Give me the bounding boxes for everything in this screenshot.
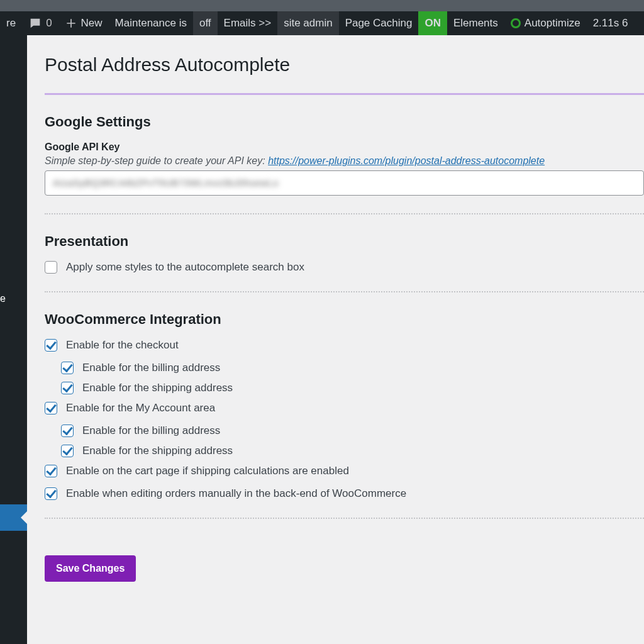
- woo-myaccount-shipping-label: Enable for the shipping address: [82, 445, 233, 457]
- save-button[interactable]: Save Changes: [45, 555, 136, 582]
- adminbar-emails[interactable]: Emails >>: [218, 11, 278, 35]
- woo-enable-backend-label: Enable when editing orders manually in t…: [66, 487, 406, 500]
- woo-enable-backend-checkbox[interactable]: [45, 487, 57, 500]
- woo-checkout-billing-checkbox[interactable]: [61, 362, 74, 374]
- apply-styles-label: Apply some styles to the autocomplete se…: [66, 261, 304, 274]
- adminbar-page-caching-state[interactable]: ON: [418, 11, 447, 35]
- section-separator: [45, 518, 644, 519]
- adminbar-site-admin[interactable]: site admin: [277, 11, 338, 35]
- wp-admin-bar: re 0 New Maintenance is off Emails >> si…: [0, 11, 644, 35]
- maintenance-state: off: [199, 17, 211, 30]
- browser-chrome-strip: [0, 0, 644, 11]
- adminbar-fragment: re: [0, 11, 22, 35]
- section-woocommerce: WooCommerce Integration: [45, 311, 644, 328]
- plus-icon: [65, 17, 77, 30]
- woo-enable-backend: Enable when editing orders manually in t…: [45, 487, 644, 500]
- adminbar-fragment-text: re: [6, 17, 16, 30]
- woo-enable-checkout: Enable for the checkout: [45, 339, 644, 352]
- page-title: Postal Address Autocomplete: [45, 54, 644, 75]
- page-caching-label: Page Caching: [345, 17, 413, 30]
- woo-enable-cart: Enable on the cart page if shipping calc…: [45, 465, 644, 477]
- woo-checkout-billing: Enable for the billing address: [61, 362, 644, 374]
- adminbar-new[interactable]: New: [58, 11, 109, 35]
- adminbar-timing[interactable]: 2.11s 6: [587, 11, 635, 35]
- main-content: Postal Address Autocomplete Google Setti…: [27, 35, 644, 644]
- adminbar-page-caching[interactable]: Page Caching: [339, 11, 419, 35]
- timing-text: 2.11s 6: [593, 17, 628, 30]
- woo-myaccount-shipping: Enable for the shipping address: [61, 445, 644, 457]
- woo-enable-checkout-checkbox[interactable]: [45, 339, 57, 352]
- sidebar-partial-item[interactable]: e: [0, 293, 6, 304]
- admin-sidebar: e: [0, 35, 27, 644]
- section-separator: [45, 291, 644, 292]
- woo-myaccount-billing-label: Enable for the billing address: [82, 425, 220, 437]
- autoptimize-label: Autoptimize: [525, 17, 580, 30]
- apply-styles-checkbox[interactable]: [45, 261, 57, 274]
- adminbar-maintenance-state[interactable]: off: [193, 11, 218, 35]
- api-key-help-link[interactable]: https://power-plugins.com/plugin/postal-…: [268, 155, 545, 166]
- page-caching-state: ON: [425, 17, 441, 30]
- emails-label: Emails >>: [224, 17, 272, 30]
- api-key-input[interactable]: AIzaSyBQ3RC44bZPvT9UB73WLmvc0bJ0hsewLo: [45, 170, 644, 196]
- apply-styles-row: Apply some styles to the autocomplete se…: [45, 261, 644, 274]
- status-circle-icon: [511, 18, 521, 28]
- section-separator: [45, 213, 644, 214]
- api-key-help-prefix: Simple step-by-step guide to create your…: [45, 155, 268, 166]
- site-admin-label: site admin: [284, 17, 332, 30]
- woo-enable-checkout-label: Enable for the checkout: [66, 339, 179, 352]
- section-google-settings: Google Settings: [45, 114, 644, 130]
- woo-checkout-shipping-label: Enable for the shipping address: [82, 382, 233, 394]
- woo-myaccount-shipping-checkbox[interactable]: [61, 445, 74, 457]
- woo-checkout-shipping: Enable for the shipping address: [61, 382, 644, 394]
- woo-enable-myaccount-label: Enable for the My Account area: [66, 402, 215, 414]
- adminbar-comments[interactable]: 0: [22, 11, 58, 35]
- sidebar-active-indicator[interactable]: [0, 504, 27, 531]
- adminbar-elements[interactable]: Elements: [447, 11, 504, 35]
- adminbar-maintenance[interactable]: Maintenance is: [109, 11, 193, 35]
- woo-enable-myaccount: Enable for the My Account area: [45, 402, 644, 414]
- woo-checkout-billing-label: Enable for the billing address: [82, 362, 220, 374]
- woo-checkout-shipping-checkbox[interactable]: [61, 382, 74, 394]
- elements-label: Elements: [453, 17, 498, 30]
- adminbar-autoptimize[interactable]: Autoptimize: [504, 11, 587, 35]
- woo-myaccount-billing: Enable for the billing address: [61, 425, 644, 437]
- woo-enable-cart-label: Enable on the cart page if shipping calc…: [66, 465, 349, 477]
- woocommerce-options: Enable for the checkout Enable for the b…: [45, 339, 644, 500]
- maintenance-label: Maintenance is: [115, 17, 187, 30]
- title-separator: [45, 93, 644, 95]
- section-presentation: Presentation: [45, 233, 644, 250]
- comment-icon: [28, 16, 42, 30]
- comments-count: 0: [46, 17, 52, 30]
- woo-enable-myaccount-checkbox[interactable]: [45, 402, 57, 414]
- api-key-obscured: AIzaSyBQ3RC44bZPvT9UB73WLmvc0bJ0hsewLo: [53, 177, 279, 188]
- woo-enable-cart-checkbox[interactable]: [45, 465, 57, 477]
- woo-myaccount-billing-checkbox[interactable]: [61, 425, 74, 437]
- api-key-help: Simple step-by-step guide to create your…: [45, 155, 644, 167]
- adminbar-new-label: New: [81, 17, 103, 30]
- api-key-label: Google API Key: [45, 142, 644, 153]
